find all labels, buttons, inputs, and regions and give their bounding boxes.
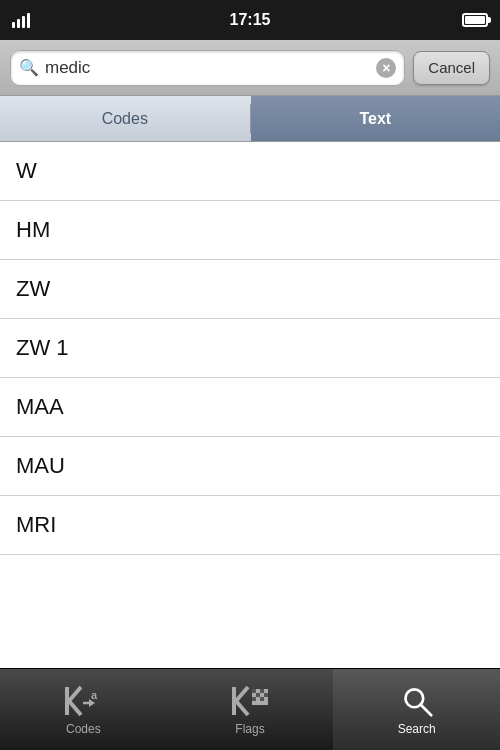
svg-rect-15 [260, 689, 264, 693]
search-input[interactable] [45, 58, 370, 78]
svg-rect-0 [12, 22, 15, 28]
svg-line-21 [420, 704, 431, 715]
svg-rect-1 [17, 19, 20, 28]
svg-rect-3 [27, 13, 30, 28]
segment-control: Codes Text [0, 96, 500, 142]
list-item[interactable]: MRI [0, 496, 500, 555]
search-glass-icon: 🔍 [19, 58, 39, 77]
search-input-wrapper: 🔍 × [10, 50, 405, 86]
search-tab-icon-container [397, 684, 437, 718]
battery-indicator [462, 13, 488, 27]
list-item[interactable]: MAA [0, 378, 500, 437]
svg-rect-10 [232, 687, 236, 715]
svg-rect-2 [22, 16, 25, 28]
svg-rect-4 [65, 687, 69, 715]
svg-line-12 [236, 701, 248, 715]
tab-codes[interactable]: a Codes [0, 669, 167, 750]
list-item[interactable]: ZW 1 [0, 319, 500, 378]
svg-line-6 [69, 701, 81, 715]
svg-rect-19 [260, 697, 264, 701]
search-bar: 🔍 × Cancel [0, 40, 500, 96]
svg-line-5 [69, 687, 81, 701]
segment-codes-button[interactable]: Codes [0, 96, 250, 141]
list-item[interactable]: HM [0, 201, 500, 260]
tab-bar: a Codes Flags [0, 668, 500, 750]
cancel-button[interactable]: Cancel [413, 51, 490, 85]
codes-tab-icon: a [63, 684, 103, 718]
flags-tab-label: Flags [235, 722, 264, 736]
results-list: WHMZWZW 1MAAMAUMRI [0, 142, 500, 668]
list-item[interactable]: MAU [0, 437, 500, 496]
tab-flags[interactable]: Flags [167, 669, 334, 750]
signal-indicator [12, 12, 34, 28]
list-item[interactable]: W [0, 142, 500, 201]
search-tab-label: Search [398, 722, 436, 736]
codes-tab-label: Codes [66, 722, 101, 736]
flags-tab-icon [230, 684, 270, 718]
status-time: 17:15 [230, 11, 271, 29]
clear-button[interactable]: × [376, 58, 396, 78]
svg-text:a: a [91, 689, 98, 701]
svg-rect-16 [256, 693, 260, 697]
status-bar: 17:15 [0, 0, 500, 40]
list-item[interactable]: ZW [0, 260, 500, 319]
segment-text-button[interactable]: Text [251, 96, 501, 141]
svg-rect-18 [252, 697, 256, 701]
svg-rect-17 [264, 693, 268, 697]
svg-rect-14 [252, 689, 256, 693]
tab-search[interactable]: Search [333, 669, 500, 750]
svg-line-11 [236, 687, 248, 701]
